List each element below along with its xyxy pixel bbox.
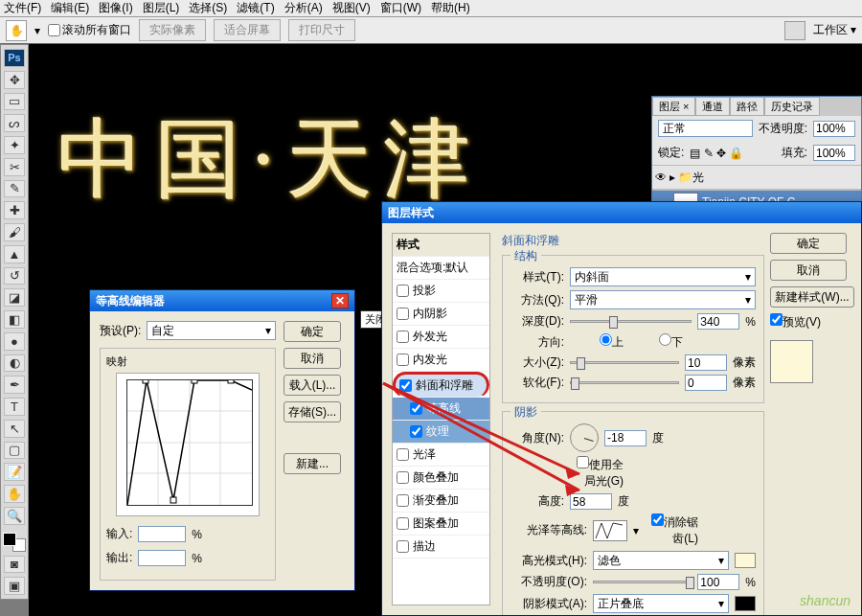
layer-row[interactable]: 👁 ▸ 📁 光 — [652, 165, 861, 190]
wand-tool-icon[interactable]: ✦ — [4, 136, 25, 154]
highlight-mode-select[interactable]: 滤色▾ — [593, 551, 729, 570]
brush-tool-icon[interactable]: 🖌 — [4, 223, 25, 241]
crop-tool-icon[interactable]: ✂ — [4, 158, 25, 176]
bridge-icon[interactable] — [784, 21, 805, 40]
visibility-icon[interactable]: 👁 — [652, 171, 669, 184]
list-gradient-overlay[interactable]: 渐变叠加 — [393, 490, 489, 513]
blur-tool-icon[interactable]: ● — [4, 332, 25, 351]
opacity-input[interactable] — [813, 121, 855, 137]
eyedropper-tool-icon[interactable]: ✎ — [4, 180, 25, 198]
print-size-button[interactable]: 打印尺寸 — [288, 19, 355, 41]
hand-tool-icon[interactable]: ✋ — [4, 485, 25, 503]
tab-paths[interactable]: 路径 — [730, 97, 764, 116]
soften-slider[interactable] — [570, 381, 679, 384]
depth-slider[interactable] — [570, 320, 692, 323]
notes-tool-icon[interactable]: 📝 — [4, 463, 25, 481]
anti-alias-checkbox[interactable]: 消除锯齿(L) — [645, 513, 698, 547]
altitude-input[interactable] — [570, 493, 612, 510]
shadow-color-swatch[interactable] — [735, 596, 756, 611]
input-field[interactable] — [138, 526, 186, 542]
scroll-all-checkbox[interactable]: 滚动所有窗口 — [48, 22, 131, 38]
cancel-button[interactable]: 取消 — [284, 348, 341, 369]
workspace-dropdown[interactable]: 工作区 ▾ — [813, 22, 856, 38]
depth-input[interactable] — [697, 313, 739, 330]
ok-button[interactable]: 确定 — [284, 321, 341, 342]
list-contour[interactable]: 等高线 — [393, 398, 489, 421]
fit-screen-button[interactable]: 适合屏幕 — [214, 19, 281, 41]
menu-help[interactable]: 帮助(H) — [431, 0, 470, 16]
dialog-titlebar[interactable]: 图层样式 — [382, 202, 861, 223]
type-tool-icon[interactable]: T — [4, 398, 25, 416]
load-button[interactable]: 载入(L)... — [284, 375, 341, 396]
preview-checkbox[interactable]: 预览(V) — [770, 313, 851, 331]
dodge-tool-icon[interactable]: ◐ — [4, 354, 25, 373]
dialog-titlebar[interactable]: 等高线编辑器 ✕ — [90, 290, 354, 311]
marquee-tool-icon[interactable]: ▭ — [4, 93, 25, 111]
list-inner-glow[interactable]: 内发光 — [393, 349, 489, 372]
list-outer-glow[interactable]: 外发光 — [393, 326, 489, 349]
blend-mode-select[interactable]: 正常 — [658, 120, 753, 137]
cancel-button[interactable]: 取消 — [770, 260, 847, 281]
list-texture[interactable]: 纹理 — [393, 421, 489, 444]
lock-icons[interactable]: ▤ ✎ ✥ 🔒 — [690, 147, 743, 160]
pen-tool-icon[interactable]: ✒ — [4, 376, 25, 394]
menu-view[interactable]: 视图(V) — [332, 0, 371, 16]
list-bevel-emboss[interactable]: 斜面和浮雕 — [393, 372, 489, 398]
color-swatches[interactable] — [3, 533, 26, 552]
angle-dial[interactable] — [570, 423, 599, 452]
screen-mode-icon[interactable]: ▣ — [4, 577, 25, 595]
heal-tool-icon[interactable]: ✚ — [4, 201, 25, 219]
menu-edit[interactable]: 编辑(E) — [51, 0, 89, 16]
menu-layer[interactable]: 图层(L) — [143, 0, 180, 16]
eraser-tool-icon[interactable]: ◪ — [4, 288, 25, 307]
technique-select[interactable]: 平滑▾ — [570, 290, 756, 309]
style-select[interactable]: 内斜面▾ — [570, 267, 756, 286]
menu-window[interactable]: 窗口(W) — [380, 0, 421, 16]
menu-file[interactable]: 文件(F) — [4, 0, 41, 16]
new-style-button[interactable]: 新建样式(W)... — [770, 286, 854, 308]
list-blend[interactable]: 混合选项:默认 — [393, 257, 489, 280]
zoom-tool-icon[interactable]: 🔍 — [4, 507, 25, 525]
shadow-mode-select[interactable]: 正片叠底▾ — [593, 594, 729, 613]
highlight-opacity-input[interactable] — [697, 574, 739, 590]
save-button[interactable]: 存储(S)... — [284, 401, 341, 422]
tab-channels[interactable]: 通道 — [695, 97, 730, 116]
dir-down-radio[interactable]: 下 — [629, 333, 683, 351]
tab-history[interactable]: 历史记录 — [764, 97, 820, 116]
list-color-overlay[interactable]: 颜色叠加 — [393, 467, 489, 490]
path-tool-icon[interactable]: ↖ — [4, 420, 25, 438]
list-stroke[interactable]: 描边 — [393, 536, 489, 559]
foreground-swatch[interactable] — [3, 533, 16, 546]
tab-layers[interactable]: 图层 × — [652, 97, 695, 116]
angle-input[interactable] — [604, 430, 646, 446]
list-drop-shadow[interactable]: 投影 — [393, 280, 489, 303]
size-slider[interactable] — [570, 361, 679, 364]
close-icon[interactable]: ✕ — [331, 293, 349, 308]
highlight-opacity-slider[interactable] — [593, 581, 692, 583]
list-satin[interactable]: 光泽 — [393, 444, 489, 467]
hand-tool-icon[interactable]: ✋ — [6, 20, 27, 41]
gloss-contour-picker[interactable] — [593, 520, 627, 541]
preset-select[interactable]: 自定▾ — [147, 321, 276, 340]
global-light-checkbox[interactable]: 使用全局光(G) — [570, 456, 624, 490]
size-input[interactable] — [685, 354, 727, 371]
shape-tool-icon[interactable]: ▢ — [4, 442, 25, 460]
gradient-tool-icon[interactable]: ◧ — [4, 310, 25, 329]
lasso-tool-icon[interactable]: ᔕ — [4, 114, 25, 132]
fill-input[interactable] — [813, 145, 855, 161]
ok-button[interactable]: 确定 — [770, 233, 847, 254]
dir-up-radio[interactable]: 上 — [570, 333, 624, 351]
contour-graph[interactable] — [116, 373, 260, 516]
actual-pixels-button[interactable]: 实际像素 — [139, 19, 206, 41]
soften-input[interactable] — [685, 375, 727, 391]
highlight-color-swatch[interactable] — [735, 553, 756, 568]
quickmask-icon[interactable]: ◙ — [4, 556, 25, 574]
output-field[interactable] — [138, 550, 186, 566]
stamp-tool-icon[interactable]: ▲ — [4, 245, 25, 263]
ps-logo-icon[interactable]: Ps — [4, 49, 25, 67]
move-tool-icon[interactable]: ✥ — [4, 71, 25, 89]
history-brush-icon[interactable]: ↺ — [4, 267, 25, 285]
list-header[interactable]: 样式 — [393, 234, 489, 257]
menu-image[interactable]: 图像(I) — [99, 0, 132, 16]
new-button[interactable]: 新建... — [284, 453, 341, 474]
